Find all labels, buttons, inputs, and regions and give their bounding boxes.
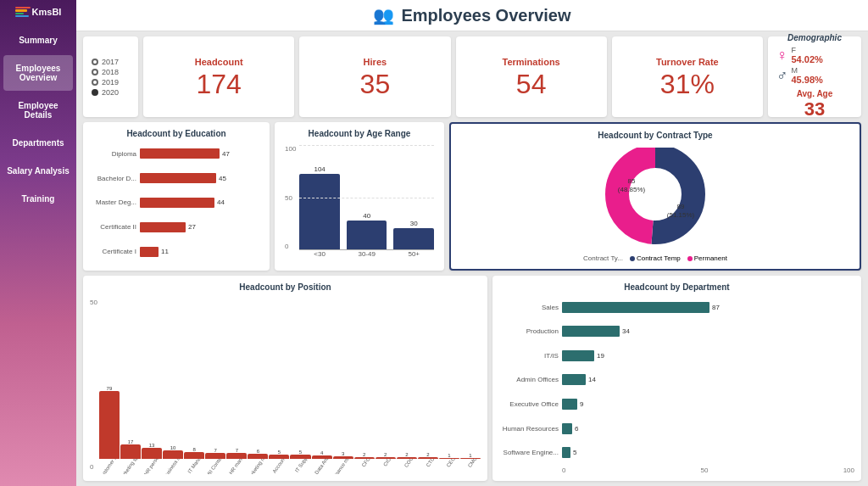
year-2020[interactable]: 2020 [92, 88, 130, 97]
pos-bar-value: 10 [170, 445, 176, 450]
sidebar-nav: Summary Employees Overview Employee Deta… [0, 27, 76, 212]
education-chart: Diploma 47 Bachelor D... 45 Master Deg..… [90, 142, 263, 264]
pos-label: CMO [460, 459, 481, 474]
main-content: 👥 Employees Overview 2017 2018 [76, 0, 868, 486]
age-y-axis: 100 50 0 [285, 145, 296, 264]
pos-label: Customer service [99, 459, 120, 474]
position-chart-title: Headcount by Position [90, 282, 481, 292]
dept-x-axis: 0 50 100 [499, 466, 854, 474]
bottom-row: Headcount by Position 500 79 17 13 10 8 … [83, 276, 861, 481]
donut-chart: 85 (48.85%) 89 (51.15%) [596, 148, 715, 249]
pos-label: IT Manager [184, 459, 204, 474]
edu-count: 45 [219, 175, 226, 182]
turnover-value: 31% [622, 70, 753, 98]
dept-count: 14 [588, 376, 596, 383]
logo-bar-2 [15, 9, 27, 11]
pos-label: Marketing specialist [120, 459, 141, 474]
pos-bar-group: 79 [99, 386, 120, 459]
edu-bar [140, 173, 216, 183]
dept-label: Admin Offices [499, 376, 559, 383]
edu-bar-row: Certificate I 11 [90, 247, 263, 257]
age-chart-inner: 100 50 0 104 40 30 <3030-4950+ [281, 142, 437, 264]
dept-bar-row: Sales 87 [499, 302, 854, 313]
permanent-dot [687, 256, 693, 261]
pos-bar-group: 10 [163, 445, 183, 459]
edu-label: Bachelor D... [90, 175, 136, 182]
edu-bar [140, 247, 159, 257]
male-label: M [792, 66, 823, 75]
sidebar-item-summary[interactable]: Summary [0, 27, 76, 53]
pos-label: Accountant [269, 459, 289, 474]
edu-bar-wrap: 45 [140, 173, 263, 183]
dept-bar [562, 326, 620, 337]
dept-bar-wrap: 14 [562, 374, 854, 385]
year-2019[interactable]: 2019 [92, 78, 130, 87]
year-selector[interactable]: 2017 2018 2019 2020 [83, 36, 138, 117]
pos-bar-group: 2 [397, 452, 417, 459]
dept-bar-row: IT/IS 19 [499, 350, 854, 361]
position-chart-card: Headcount by Position 500 79 17 13 10 8 … [83, 276, 487, 481]
contract-chart-card: Headcount by Contract Type 85 [449, 122, 861, 271]
dept-count: 9 [580, 400, 583, 408]
top-row: 2017 2018 2019 2020 [83, 36, 861, 117]
contract-temp-dot [630, 256, 635, 261]
header: 👥 Employees Overview [76, 0, 868, 31]
sidebar-item-training[interactable]: Training [0, 186, 76, 212]
dept-bar-row: Software Engine... 5 [499, 447, 854, 458]
headcount-label: Headcount [153, 57, 284, 67]
dept-label: Human Resources [499, 425, 559, 433]
dept-bar [562, 447, 570, 458]
pos-bar-group: 5 [269, 450, 289, 459]
pos-bar-group: 1 [460, 453, 481, 459]
age-bar-label: <30 [299, 250, 340, 264]
sidebar-item-employee-details[interactable]: Employee Details [0, 92, 76, 128]
turnover-label: Turnover Rate [622, 57, 753, 67]
pos-bar-group: 1 [439, 453, 459, 459]
pos-bar-group: 13 [142, 443, 162, 459]
sidebar-item-salary-analysis[interactable]: Salary Analysis [0, 158, 76, 184]
edu-label: Master Deg... [90, 198, 136, 206]
legend-contract-temp: Contract Temp [630, 254, 681, 262]
sidebar-item-departments[interactable]: Departments [0, 130, 76, 156]
dept-bar-wrap: 87 [562, 302, 854, 313]
year-2017[interactable]: 2017 [92, 58, 130, 66]
age-bar [347, 221, 387, 250]
dept-count: 5 [573, 449, 576, 456]
pos-label: Finance manager [333, 459, 353, 474]
temp-label-value: 85 [628, 177, 636, 185]
edu-bar-row: Diploma 47 [90, 148, 263, 159]
dept-bar [562, 374, 586, 385]
terminations-card: Terminations 54 [456, 36, 607, 117]
contract-legend: Contract Ty... Contract Temp Permanent [458, 254, 853, 262]
avg-age-value: 33 [776, 98, 853, 120]
turnover-card: Turnover Rate 31% [612, 36, 763, 117]
pos-bar-group: 4 [312, 450, 332, 459]
female-demo: ♀ F 54.02% [776, 46, 853, 64]
position-bars-container: 79 17 13 10 8 7 7 6 5 5 4 3 2 2 [99, 295, 481, 474]
pos-bar [163, 450, 183, 459]
dept-chart-title: Headcount by Department [499, 282, 854, 292]
dept-label: Sales [499, 304, 559, 311]
header-title: 👥 Employees Overview [373, 5, 570, 25]
year-dot-2020 [92, 89, 98, 96]
avg-age-label: Avg. Age [776, 89, 853, 98]
year-2018[interactable]: 2018 [92, 68, 130, 76]
dept-bar-wrap: 34 [562, 326, 854, 337]
edu-count: 11 [161, 248, 169, 255]
sidebar-item-employees-overview[interactable]: Employees Overview [3, 55, 73, 91]
pos-bar-value: 17 [128, 439, 134, 444]
pos-label: CTO [418, 459, 438, 474]
content-area: 2017 2018 2019 2020 [76, 31, 868, 486]
edu-bar-row: Master Deg... 44 [90, 198, 263, 208]
edu-bar [140, 198, 214, 208]
dept-count: 19 [597, 352, 604, 360]
pos-label: Business analyst [163, 459, 183, 474]
pos-bar [184, 452, 204, 459]
female-label: F [792, 46, 823, 54]
dept-bar [562, 302, 709, 313]
age-bar [299, 174, 340, 250]
pos-label: CIO [376, 459, 396, 474]
pos-bar [226, 453, 247, 459]
dept-bar-wrap: 9 [562, 399, 854, 410]
dept-label: IT/IS [499, 352, 559, 360]
